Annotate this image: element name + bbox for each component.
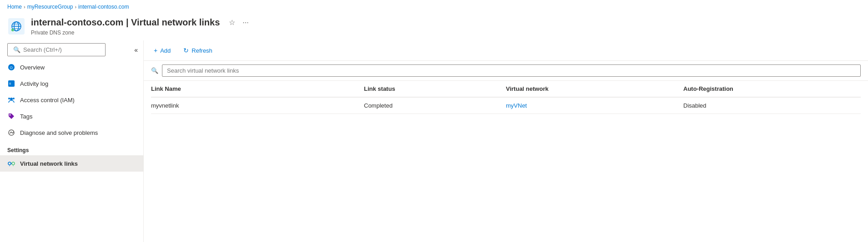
content-toolbar: + Add ↻ Refresh [144,40,868,61]
col-header-auto-registration: Auto-Registration [683,81,861,97]
sidebar-item-tags[interactable]: Tags [0,108,143,124]
page-title-text: internal-contoso.com | Virtual network l… [31,17,220,28]
svg-point-13 [13,98,15,99]
sidebar-search-row: 🔍 « [0,40,143,59]
add-label: Add [160,47,171,54]
sidebar-search-container: 🔍 [7,43,106,56]
refresh-label: Refresh [192,47,212,54]
dns-zone-icon: ↔ [8,18,25,35]
svg-text:⊙: ⊙ [10,65,13,70]
tags-icon [7,112,15,120]
svg-point-12 [10,98,13,100]
header-actions: ☆ ··· [227,16,250,29]
refresh-icon: ↻ [183,47,189,54]
page-title: internal-contoso.com | Virtual network l… [31,16,251,29]
add-button[interactable]: + Add [151,45,173,56]
favorite-button[interactable]: ☆ [227,16,237,29]
breadcrumb-resource[interactable]: internal-contoso.com [78,4,129,10]
sidebar-item-vnet-links[interactable]: Virtual network links [0,155,143,172]
svg-point-17 [8,162,11,165]
cell-virtual-network: myVNet [506,97,683,114]
resource-icon: ↔ [7,17,25,35]
sidebar-item-iam-label: Access control (IAM) [20,97,75,104]
activity-log-icon: ≡ [7,79,15,88]
sidebar-search-icon: 🔍 [13,46,20,53]
cell-link-name: myvnetlink [151,97,364,114]
cell-auto-registration: Disabled [683,97,861,114]
svg-point-14 [8,98,10,99]
breadcrumb-resource-group[interactable]: myResourceGroup [27,4,73,10]
sidebar-item-activity-log-label: Activity log [20,80,48,87]
cell-link-status: Completed [364,97,506,114]
header-text: internal-contoso.com | Virtual network l… [31,16,251,36]
sidebar-item-iam[interactable]: Access control (IAM) [0,92,143,108]
col-header-virtual-network: Virtual network [506,81,683,97]
main-layout: 🔍 « ⊙ Overview ≡ Activity log Access con… [0,40,868,242]
iam-icon [7,96,15,104]
svg-point-18 [12,162,15,165]
breadcrumb-home[interactable]: Home [7,4,22,10]
svg-point-15 [10,114,11,116]
add-icon: + [154,47,157,54]
vnet-links-table: Link Name Link status Virtual network Au… [151,81,861,114]
table-body: myvnetlink Completed myVNet Disabled [151,97,861,114]
table-row: myvnetlink Completed myVNet Disabled [151,97,861,114]
svg-text:↔: ↔ [12,29,14,31]
main-content: + Add ↻ Refresh 🔍 Link Name Link status … [144,40,868,242]
vnet-links-table-container: Link Name Link status Virtual network Au… [144,81,868,114]
refresh-button[interactable]: ↻ Refresh [181,45,215,56]
collapse-sidebar-button[interactable]: « [131,44,141,55]
resource-subtitle: Private DNS zone [31,30,251,36]
diagnose-icon [7,128,15,137]
sidebar-search-input[interactable] [23,46,100,53]
sidebar-item-vnet-links-label: Virtual network links [20,160,78,167]
sidebar-item-overview[interactable]: ⊙ Overview [0,59,143,75]
settings-section-label: Settings [0,141,143,155]
overview-icon: ⊙ [7,63,15,71]
table-header-row: Link Name Link status Virtual network Au… [151,81,861,97]
vnet-links-icon [7,159,15,168]
vnet-links-search-input[interactable] [162,64,861,77]
content-search-bar: 🔍 [144,61,868,81]
breadcrumb-sep-1: › [24,4,25,10]
sidebar: 🔍 « ⊙ Overview ≡ Activity log Access con… [0,40,144,242]
sidebar-item-diagnose[interactable]: Diagnose and solve problems [0,124,143,141]
sidebar-item-tags-label: Tags [20,113,32,120]
col-header-link-status: Link status [364,81,506,97]
sidebar-item-diagnose-label: Diagnose and solve problems [20,129,98,136]
sidebar-item-activity-log[interactable]: ≡ Activity log [0,75,143,92]
col-header-link-name: Link Name [151,81,364,97]
breadcrumb: Home › myResourceGroup › internal-contos… [0,0,868,14]
virtual-network-link[interactable]: myVNet [506,102,527,109]
breadcrumb-sep-2: › [75,4,76,10]
more-options-button[interactable]: ··· [241,17,250,29]
page-header: ↔ internal-contoso.com | Virtual network… [0,14,868,40]
content-search-icon: 🔍 [151,67,158,74]
sidebar-item-overview-label: Overview [20,64,45,71]
svg-text:≡: ≡ [9,82,11,86]
